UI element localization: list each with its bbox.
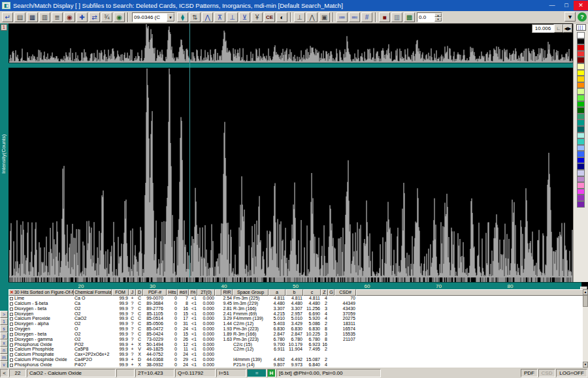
move-icon[interactable]: ✚ [76, 12, 88, 22]
column-header[interactable]: Z [321, 289, 328, 296]
zoom-start-value[interactable]: 10.006 [532, 24, 554, 33]
palette-color-swatch[interactable] [577, 176, 585, 183]
close-icon[interactable]: ✕ [10, 290, 14, 294]
log-toggle[interactable]: LOG=OFF [556, 369, 587, 377]
rail-button-s[interactable]: s [0, 325, 8, 332]
column-header[interactable]: #d/I [178, 289, 189, 296]
contrast-icon[interactable]: ◐ [276, 12, 287, 22]
sort-header[interactable]: ✕30 Hits Sorted on Figure-Of-M... [8, 289, 74, 296]
column-header[interactable]: a [269, 289, 286, 296]
panel-divider[interactable] [8, 63, 581, 68]
peak-id-icon[interactable]: ⊼ [214, 12, 225, 22]
chevron-down-icon[interactable]: ▾ [167, 13, 174, 22]
list-right-icon[interactable]: ≕ [349, 12, 360, 22]
palette-color-swatch[interactable] [577, 95, 585, 101]
scroll-up-icon[interactable]: ▲ [583, 289, 588, 295]
column-header[interactable]: Hits [167, 289, 178, 296]
table-row[interactable]: Calcium Phosphide OxideCa4P2O99.9+D44-03… [8, 357, 583, 362]
close-button[interactable]: ✕ [574, 1, 588, 10]
row-checkbox[interactable] [10, 353, 13, 356]
table-row[interactable]: OxygenO99.9?C85-0472024<10.0001.93Pm-3n … [8, 326, 583, 332]
table-row[interactable]: Phosphorus OxideP4O799.9+X38-0932024<10.… [8, 362, 583, 368]
chevron-down-icon[interactable]: ▾ [564, 12, 576, 22]
row-checkbox[interactable] [10, 328, 13, 331]
row-checkbox[interactable] [10, 364, 13, 367]
palette-color-swatch[interactable] [577, 39, 585, 45]
row-checkbox[interactable] [10, 338, 13, 341]
palette-color-swatch[interactable] [577, 133, 585, 139]
column-header[interactable]: b [286, 289, 303, 296]
column-header[interactable]: FOM [112, 289, 129, 296]
view-1-button[interactable]: 1 [1, 24, 7, 31]
table-row[interactable]: Dioxygen - alphaO299.9?C85-0506031<10.00… [8, 321, 583, 326]
peak-strip-icon[interactable]: ⊻ [239, 12, 250, 22]
swatch-red-icon[interactable]: ■ [379, 12, 390, 22]
palette-color-swatch[interactable] [577, 170, 585, 176]
rail-button-p[interactable]: p [0, 332, 8, 339]
spin-down-icon[interactable]: ▼ [434, 17, 442, 22]
scroll-down-icon[interactable]: ▼ [583, 362, 588, 368]
pan-button[interactable]: ◀▶ [563, 24, 572, 33]
help-button[interactable]: ? [578, 12, 587, 22]
rail-button->[interactable]: > [0, 311, 8, 318]
pdf-toggle[interactable]: PDF [521, 369, 538, 377]
scrollbar-thumb[interactable] [583, 295, 588, 307]
rail-button-1[interactable]: 1 [0, 318, 8, 325]
h-toggle[interactable]: H [267, 369, 276, 377]
palette-color-swatch[interactable] [577, 114, 585, 120]
table-row[interactable]: Dioxygen - gammaO299.9?C73-0229026<10.00… [8, 337, 583, 342]
offset-value-spinbox[interactable]: 0.0▲▼ [417, 12, 442, 22]
clear-edits-button[interactable]: CE [264, 12, 275, 22]
column-header[interactable]: G [328, 289, 335, 296]
palette-color-swatch[interactable] [577, 32, 585, 39]
palette-color-swatch[interactable] [577, 157, 585, 164]
table-row[interactable]: Calcium PhosphateCax+2P2xO6x+299.9?X44-0… [8, 352, 583, 357]
table-row[interactable]: Calcium PhosphideCa5P899.9+V49-1825011<1… [8, 347, 583, 352]
row-checkbox[interactable] [10, 307, 13, 311]
palette-color-swatch[interactable] [577, 119, 585, 126]
table-row[interactable]: Dioxygen - betaO299.9?C89-2776016<10.000… [8, 306, 583, 311]
palette-color-swatch[interactable] [577, 51, 585, 57]
palette-icon[interactable]: ||| [576, 24, 586, 31]
column-header[interactable]: 2T(0) [197, 289, 215, 296]
zoom-extent-button[interactable]: ∟ [554, 24, 563, 33]
column-header[interactable]: Space Group [233, 289, 269, 296]
palette-color-swatch[interactable] [577, 182, 585, 189]
palette-color-swatch[interactable] [577, 201, 585, 208]
overview-spectrum[interactable] [9, 24, 573, 63]
palette-color-swatch[interactable] [577, 88, 585, 95]
row-checkbox[interactable] [10, 297, 13, 300]
table-row[interactable]: Phosphorus OxidePO299.9+X50-1494012<10.0… [8, 342, 583, 347]
swatch-green-icon[interactable]: ▩ [404, 12, 415, 22]
palette-color-swatch[interactable] [577, 107, 585, 114]
row-checkbox[interactable] [10, 302, 13, 306]
back-button[interactable]: < [0, 369, 8, 377]
palette-color-swatch[interactable] [577, 163, 585, 170]
clipboard-icon[interactable]: ≣ [52, 12, 63, 22]
pdf-card-combo[interactable]: 09-0346 (C▾ [132, 12, 175, 22]
palette-color-swatch[interactable] [577, 76, 585, 82]
palette-color-swatch[interactable] [577, 151, 585, 157]
palette-color-swatch[interactable] [577, 145, 585, 151]
table-row[interactable]: DioxygenO299.9?C85-1105015<10.0002.41Fmm… [8, 311, 583, 317]
palette-color-swatch[interactable] [577, 63, 585, 70]
globe-red-icon[interactable]: ◉ [64, 12, 75, 22]
print-report-icon[interactable]: ▥ [39, 12, 50, 22]
list-left-icon[interactable]: ≔ [336, 12, 348, 22]
row-checkbox[interactable] [10, 343, 13, 347]
palette-color-swatch[interactable] [577, 189, 585, 195]
palette-color-swatch[interactable] [577, 82, 585, 89]
maximize-button[interactable]: □ [559, 1, 574, 10]
hash-icon[interactable]: # [361, 12, 372, 22]
column-header[interactable] [215, 289, 221, 296]
print-icon[interactable]: ▤ [14, 12, 25, 22]
pattern-fit-icon[interactable]: ⋀ [202, 12, 213, 22]
row-checkbox[interactable] [10, 358, 13, 362]
main-spectrum[interactable] [9, 68, 573, 277]
csd-toggle[interactable]: CSD [538, 369, 555, 377]
column-header[interactable]: c [303, 289, 321, 296]
swatch-gray-icon[interactable]: ▥ [391, 12, 402, 22]
rail-button-x[interactable]: x [0, 339, 8, 347]
column-header[interactable]: D [136, 289, 143, 296]
palette-color-swatch[interactable] [577, 57, 585, 63]
